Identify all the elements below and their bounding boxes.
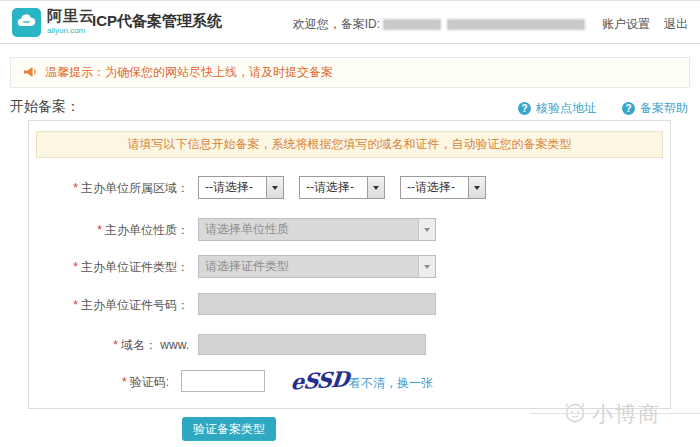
captcha-input[interactable] bbox=[181, 370, 265, 392]
checkpoint-address-link[interactable]: ? 核验点地址 bbox=[518, 100, 596, 117]
cloud-icon bbox=[16, 13, 37, 32]
header-account-area: 欢迎您，备案ID: 账户设置 退出 bbox=[293, 16, 688, 33]
header: 阿里云 aliyun.com ICP代备案管理系统 欢迎您，备案ID: 账户设置… bbox=[0, 1, 700, 44]
cert-number-input[interactable] bbox=[198, 293, 436, 315]
redacted-filing-id bbox=[383, 19, 441, 30]
account-settings-link[interactable]: 账户设置 bbox=[602, 16, 650, 33]
required-mark: * bbox=[73, 181, 78, 195]
cert-type-select[interactable]: 请选择证件类型 bbox=[198, 255, 436, 278]
row-region: *主办单位所属区域： --请选择- --请选择- --请选择- bbox=[29, 176, 672, 200]
notice-bar: 温馨提示：为确保您的网站尽快上线，请及时提交备案 bbox=[10, 57, 690, 88]
chevron-down-icon bbox=[418, 256, 435, 277]
captcha-image: eSSD bbox=[290, 365, 344, 396]
megaphone-icon bbox=[23, 66, 37, 79]
cert-type-label: *主办单位证件类型： bbox=[29, 259, 189, 276]
org-nature-select[interactable]: 请选择单位性质 bbox=[198, 218, 436, 241]
question-icon: ? bbox=[518, 102, 531, 115]
chevron-down-icon bbox=[468, 177, 485, 198]
page: 阿里云 aliyun.com ICP代备案管理系统 欢迎您，备案ID: 账户设置… bbox=[0, 0, 700, 447]
form-instruction: 请填写以下信息开始备案，系统将根据您填写的域名和证件，自动验证您的备案类型 bbox=[36, 131, 663, 158]
filing-help-label: 备案帮助 bbox=[640, 100, 688, 117]
verify-filing-type-button[interactable]: 验证备案类型 bbox=[182, 417, 276, 441]
region-label: *主办单位所属区域： bbox=[29, 180, 189, 197]
filing-form: 请填写以下信息开始备案，系统将根据您填写的域名和证件，自动验证您的备案类型 *主… bbox=[28, 120, 671, 409]
face-icon bbox=[562, 399, 588, 429]
row-domain: *域名： www. bbox=[29, 333, 672, 357]
cert-number-label: *主办单位证件号码： bbox=[29, 297, 189, 314]
captcha-label: *验证码: bbox=[29, 374, 169, 391]
chevron-down-icon bbox=[367, 177, 384, 198]
redacted-account-email bbox=[447, 19, 585, 30]
question-icon: ? bbox=[622, 102, 635, 115]
watermark-text: 小博商 bbox=[592, 400, 661, 428]
domain-label: *域名： www. bbox=[29, 337, 189, 354]
logout-link[interactable]: 退出 bbox=[664, 16, 688, 33]
row-cert-number: *主办单位证件号码： bbox=[29, 293, 672, 317]
domain-prefix: www. bbox=[160, 338, 189, 352]
filing-help-link[interactable]: ? 备案帮助 bbox=[622, 100, 688, 117]
row-captcha: *验证码: eSSD 看不清，换一张 bbox=[29, 370, 672, 394]
watermark: 小博商 bbox=[562, 399, 661, 429]
region-province-select[interactable]: --请选择- bbox=[198, 176, 284, 199]
notice-text: 温馨提示：为确保您的网站尽快上线，请及时提交备案 bbox=[45, 64, 333, 81]
brand-domain: aliyun.com bbox=[47, 26, 85, 35]
page-title: ICP代备案管理系统 bbox=[92, 12, 222, 31]
welcome-text: 欢迎您，备案ID: bbox=[293, 16, 380, 33]
section-title: 开始备案： bbox=[10, 98, 80, 116]
aliyun-logo[interactable] bbox=[12, 8, 41, 37]
row-org-nature: *主办单位性质： 请选择单位性质 bbox=[29, 218, 672, 242]
help-links: ? 核验点地址 ? 备案帮助 bbox=[518, 100, 688, 117]
domain-input-redacted[interactable] bbox=[198, 334, 426, 355]
region-district-select[interactable]: --请选择- bbox=[400, 176, 486, 199]
region-city-select[interactable]: --请选择- bbox=[299, 176, 385, 199]
captcha-refresh-link[interactable]: 看不清，换一张 bbox=[349, 375, 433, 392]
org-nature-label: *主办单位性质： bbox=[29, 222, 189, 239]
chevron-down-icon bbox=[266, 177, 283, 198]
row-cert-type: *主办单位证件类型： 请选择证件类型 bbox=[29, 255, 672, 279]
checkpoint-address-label: 核验点地址 bbox=[536, 100, 596, 117]
chevron-down-icon bbox=[418, 219, 435, 240]
brand-name: 阿里云 bbox=[47, 7, 95, 26]
